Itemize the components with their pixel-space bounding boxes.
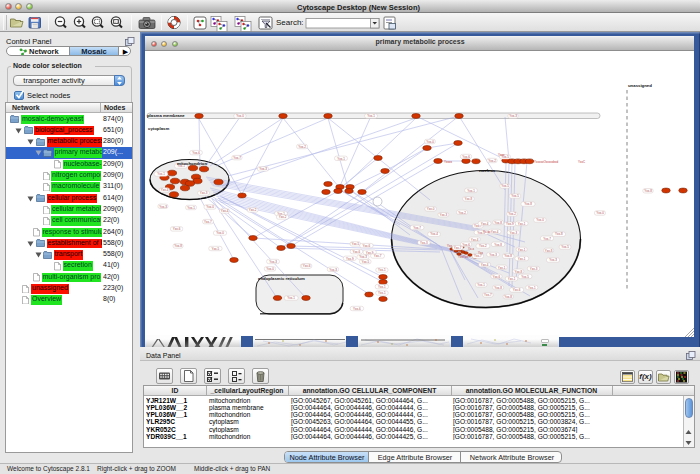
svg-text:Yxx-7: Yxx-7 <box>374 254 382 258</box>
svg-text:Yxx-2: Yxx-2 <box>479 244 487 248</box>
svg-text:unassigned: unassigned <box>628 83 652 88</box>
svg-text:Yxx-7: Yxx-7 <box>543 237 551 241</box>
svg-text:Yxx-9: Yxx-9 <box>506 222 514 226</box>
svg-text:Yxx-1: Yxx-1 <box>467 189 475 193</box>
svg-text:Yxx-5: Yxx-5 <box>351 242 359 246</box>
svg-text:Yxx-6: Yxx-6 <box>353 307 361 311</box>
svg-text:YxxC: YxxC <box>578 160 586 164</box>
svg-text:1:1: 1:1 <box>114 20 119 24</box>
svg-text:Yxx-0: Yxx-0 <box>206 205 214 209</box>
svg-text:Yxx-4: Yxx-4 <box>430 232 438 236</box>
svg-text:Yxx-5: Yxx-5 <box>521 275 529 279</box>
svg-text:Yxx-1: Yxx-1 <box>378 285 386 289</box>
svg-text:Yxx-8: Yxx-8 <box>504 295 512 299</box>
svg-text:Yxx-1: Yxx-1 <box>508 277 516 281</box>
svg-text:Yxx-7: Yxx-7 <box>454 246 462 250</box>
svg-text:Yxx-4: Yxx-4 <box>481 222 489 226</box>
svg-text:Yxx-8: Yxx-8 <box>545 249 553 253</box>
svg-text:Yxx-1: Yxx-1 <box>287 296 295 300</box>
svg-text:Yxx-1: Yxx-1 <box>378 291 386 295</box>
svg-text:Yxx-6: Yxx-6 <box>353 250 361 254</box>
svg-text:Search:: Search: <box>276 18 304 27</box>
svg-text:Yxx-4: Yxx-4 <box>161 188 169 192</box>
svg-text:Yxx-3: Yxx-3 <box>509 114 517 118</box>
svg-text:Yxx-4: Yxx-4 <box>481 263 489 267</box>
svg-text:Yxx-4: Yxx-4 <box>471 238 479 242</box>
svg-text:nucleus: nucleus <box>479 168 496 173</box>
svg-text:Yxx-0: Yxx-0 <box>236 114 244 118</box>
svg-text:Yxx-7: Yxx-7 <box>413 226 421 230</box>
svg-text:Yxx-1: Yxx-1 <box>518 222 526 226</box>
svg-text:Yxx-7: Yxx-7 <box>484 293 492 297</box>
svg-text:Yxx-2: Yxx-2 <box>279 215 287 219</box>
svg-text:Yxx-8: Yxx-8 <box>644 189 652 193</box>
svg-text:Yxxxx: Yxxxx <box>444 160 453 164</box>
svg-text:Yxx-0: Yxx-0 <box>266 267 274 271</box>
svg-text:Yxx-1: Yxx-1 <box>518 248 526 252</box>
svg-text:Yxx-0: Yxx-0 <box>536 218 544 222</box>
svg-text:Yxx-8: Yxx-8 <box>494 286 502 290</box>
svg-text:Yxx-9: Yxx-9 <box>346 257 354 261</box>
svg-text:Yxx-2: Yxx-2 <box>488 159 496 163</box>
svg-text:Yxx-5: Yxx-5 <box>212 247 220 251</box>
svg-text:Yxx-8: Yxx-8 <box>524 202 532 206</box>
svg-text:Yxx-8: Yxx-8 <box>504 254 512 258</box>
svg-text:Yxx-3: Yxx-3 <box>200 191 208 195</box>
svg-text:Yxx-2: Yxx-2 <box>458 211 466 215</box>
svg-text:Yxxx: Yxxx <box>498 153 505 157</box>
svg-text:cytoplasm: cytoplasm <box>148 126 169 131</box>
svg-text:Yxx-2: Yxx-2 <box>298 145 306 149</box>
svg-text:Yxx-1: Yxx-1 <box>528 286 536 290</box>
svg-text:Yxx-2: Yxx-2 <box>249 208 257 212</box>
svg-text:Yxx-5: Yxx-5 <box>561 245 569 249</box>
svg-text:Yxx-3: Yxx-3 <box>440 213 448 217</box>
svg-text:Yxx-8: Yxx-8 <box>465 197 473 201</box>
svg-text:Yxx-0: Yxx-0 <box>596 211 604 215</box>
svg-text:Yxx-3: Yxx-3 <box>259 167 267 171</box>
svg-text:YxxYxx: YxxYxx <box>458 255 469 259</box>
svg-text:Yxx-1: Yxx-1 <box>187 206 195 210</box>
svg-text:Yxx-3: Yxx-3 <box>159 205 167 209</box>
svg-text:Yxx-8: Yxx-8 <box>514 270 522 274</box>
svg-text:Yxx-6: Yxx-6 <box>192 151 200 155</box>
svg-text:Yxx-0: Yxx-0 <box>426 140 434 144</box>
svg-text:Yxx-6: Yxx-6 <box>493 275 501 279</box>
svg-text:Yxx-6: Yxx-6 <box>462 243 470 247</box>
svg-text:Yxx-8: Yxx-8 <box>174 244 182 248</box>
svg-text:Yxx-8: Yxx-8 <box>494 221 502 225</box>
svg-text:Yxx-5: Yxx-5 <box>501 184 509 188</box>
svg-text:Yxx-1: Yxx-1 <box>498 266 506 270</box>
svg-text:Yxx-0: Yxx-0 <box>427 207 435 211</box>
svg-text:Yxx-8: Yxx-8 <box>494 243 502 247</box>
svg-text:Yxx-3: Yxx-3 <box>420 241 428 245</box>
svg-text:Yxx-7: Yxx-7 <box>233 156 241 160</box>
svg-text:Yx-xx: Yx-xx <box>483 230 491 234</box>
svg-text:Yxx-6: Yxx-6 <box>462 155 470 159</box>
svg-text:Yxx-3: Yxx-3 <box>269 260 277 264</box>
svg-text:Yxx-4: Yxx-4 <box>491 230 499 234</box>
svg-text:Yxx-5: Yxx-5 <box>361 260 369 264</box>
svg-text:Yxx: Yxx <box>478 251 484 255</box>
svg-text:Yxx-2: Yxx-2 <box>508 212 516 216</box>
svg-text:Yxx-4: Yxx-4 <box>221 209 229 213</box>
svg-text:Yxx-3: Yxx-3 <box>359 255 367 259</box>
svg-text:Yxx-1: Yxx-1 <box>367 114 375 118</box>
svg-text:Yxx-6: Yxx-6 <box>513 288 521 292</box>
svg-text:Yx-x: Yx-x <box>468 247 475 251</box>
svg-text:Yxx-1: Yxx-1 <box>337 157 345 161</box>
svg-text:Yxx-1: Yxx-1 <box>477 283 485 287</box>
svg-text:Yxx-7: Yxx-7 <box>204 220 212 224</box>
svg-text:Yxx-1: Yxx-1 <box>378 268 386 272</box>
svg-text:plasma membrane: plasma membrane <box>147 113 185 118</box>
svg-text:Yxx-3: Yxx-3 <box>530 267 538 271</box>
svg-text:mitochondrion: mitochondrion <box>177 161 207 166</box>
svg-text:YxxxxxOxxxxxbxd: YxxxxxOxxxxxbxd <box>534 160 559 164</box>
svg-text:Yxx-0: Yxx-0 <box>216 231 224 235</box>
svg-text:Yxx-6: Yxx-6 <box>363 244 371 248</box>
svg-text:Yxx-6: Yxx-6 <box>303 264 311 268</box>
svg-text:Yxx-3: Yxx-3 <box>509 231 517 235</box>
svg-text:Yxx-3: Yxx-3 <box>549 258 557 262</box>
svg-text:Yxx-3: Yxx-3 <box>329 268 337 272</box>
svg-text:endoplasmic reticulum: endoplasmic reticulum <box>258 276 305 281</box>
svg-text:Yxx-8: Yxx-8 <box>555 232 563 236</box>
